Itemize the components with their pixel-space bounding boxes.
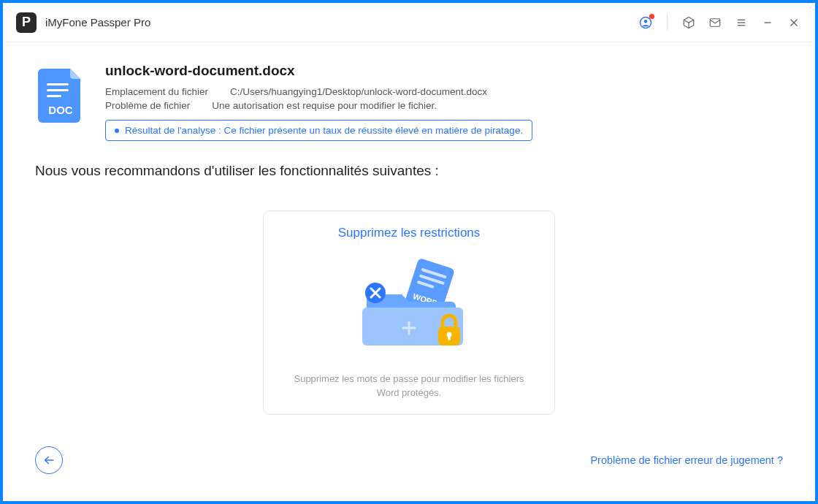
- menu-icon[interactable]: [733, 15, 749, 31]
- card-illustration-icon: WORD: [336, 251, 482, 360]
- doc-icon: DOC: [35, 63, 86, 123]
- divider: [667, 15, 668, 31]
- analysis-text: Résultat de l'analyse : Ce fichier prése…: [125, 125, 523, 136]
- back-button[interactable]: [35, 446, 63, 474]
- remove-restrictions-card[interactable]: Supprimez les restrictions WORD: [263, 210, 555, 415]
- file-issue-label: Problème de fichier: [105, 100, 190, 111]
- svg-point-1: [644, 19, 648, 23]
- svg-text:DOC: DOC: [48, 104, 73, 116]
- recommend-heading: Nous vous recommandons d'utiliser les fo…: [35, 163, 783, 179]
- file-name: unlock-word-document.docx: [105, 63, 783, 79]
- file-location-value: C:/Users/huangying1/Desktop/unlock-word-…: [230, 86, 487, 97]
- file-location-label: Emplacement du fichier: [105, 86, 208, 97]
- close-button[interactable]: [786, 15, 802, 31]
- svg-rect-10: [47, 89, 69, 91]
- file-info-row: DOC unlock-word-document.docx Emplacemen…: [35, 63, 783, 141]
- svg-rect-2: [710, 18, 720, 26]
- svg-rect-25: [448, 335, 451, 340]
- app-logo: P: [16, 12, 37, 33]
- analysis-result: Résultat de l'analyse : Ce fichier prése…: [105, 120, 532, 141]
- card-title: Supprimez les restrictions: [338, 226, 481, 240]
- package-icon[interactable]: [681, 15, 697, 31]
- bullet-icon: [115, 129, 119, 133]
- svg-rect-11: [47, 95, 61, 97]
- help-link[interactable]: Problème de fichier erreur de jugement ?: [590, 454, 783, 466]
- card-description: Supprimez les mots de passe pour modifie…: [283, 372, 535, 400]
- file-issue-value: Une autorisation est requise pour modifi…: [212, 100, 437, 111]
- mail-icon[interactable]: [707, 15, 723, 31]
- minimize-button[interactable]: [760, 15, 776, 31]
- account-icon[interactable]: [638, 15, 654, 31]
- app-title: iMyFone Passper Pro: [45, 16, 150, 28]
- svg-rect-9: [47, 83, 69, 85]
- titlebar: P iMyFone Passper Pro: [3, 3, 815, 42]
